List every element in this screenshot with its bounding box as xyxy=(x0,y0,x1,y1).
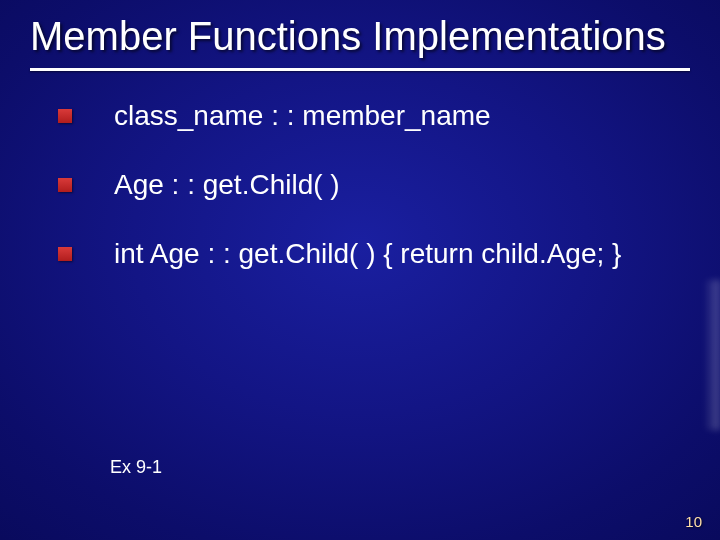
body-content: class_name : : member_name Age : : get.C… xyxy=(58,98,680,291)
bullet-text: int Age : : get.Child( ) { return child.… xyxy=(114,238,621,269)
bullet-text: Age : : get.Child( ) xyxy=(114,169,340,200)
decorative-edge-glow xyxy=(704,280,720,430)
slide: Member Functions Implementations class_n… xyxy=(0,0,720,540)
page-number: 10 xyxy=(685,513,702,530)
slide-title: Member Functions Implementations xyxy=(30,14,700,59)
bullet-item: class_name : : member_name xyxy=(58,98,680,133)
square-bullet-icon xyxy=(58,109,72,123)
bullet-item: Age : : get.Child( ) xyxy=(58,167,680,202)
title-underline xyxy=(30,68,690,71)
bullet-item: int Age : : get.Child( ) { return child.… xyxy=(58,236,680,271)
square-bullet-icon xyxy=(58,178,72,192)
example-reference: Ex 9-1 xyxy=(110,457,162,478)
square-bullet-icon xyxy=(58,247,72,261)
bullet-text: class_name : : member_name xyxy=(114,100,491,131)
